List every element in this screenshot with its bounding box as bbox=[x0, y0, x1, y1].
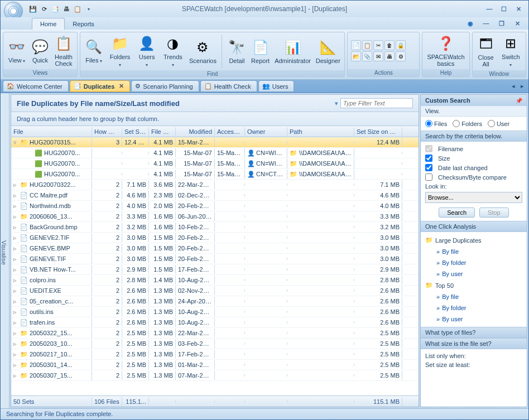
undo-icon[interactable]: 📑 bbox=[51, 4, 60, 13]
table-row[interactable]: ▹📁20050301_14...22.5 MB1.3 MB01-Mar-2005… bbox=[11, 360, 419, 370]
col-howmany[interactable]: How many bbox=[92, 127, 122, 136]
lookin-select[interactable]: Browse... bbox=[425, 192, 522, 203]
table-row[interactable]: ▹📄UEDIT.EXE22.6 MB1.3 MB02-Nov-20062.6 M… bbox=[11, 286, 419, 296]
side-view-link[interactable]: View. bbox=[421, 106, 527, 117]
col-modified[interactable]: Modified bbox=[176, 127, 215, 136]
expand-icon[interactable]: ▹ bbox=[13, 245, 19, 252]
tree-top50[interactable]: 📁 Top 50 bbox=[425, 281, 522, 290]
mdi-restore-button[interactable]: ❐ bbox=[495, 19, 508, 28]
expand-icon[interactable]: ▹ bbox=[13, 287, 19, 295]
tree-top50-byfolder[interactable]: By folder bbox=[425, 303, 522, 312]
administrator-button[interactable]: 📊Administrator bbox=[273, 37, 312, 65]
action-btn-10[interactable]: ⚙ bbox=[396, 51, 406, 61]
expand-icon[interactable]: ▹ bbox=[13, 330, 19, 337]
pushpin-icon[interactable]: 📌 bbox=[516, 98, 522, 104]
expand-icon[interactable]: ▹ bbox=[13, 319, 19, 326]
doc-tab-welcome[interactable]: 🏠Welcome Center bbox=[3, 80, 69, 92]
tree-large-duplicates[interactable]: 📁 Large Duplicates bbox=[425, 235, 522, 245]
minimize-button[interactable]: — bbox=[483, 4, 496, 13]
col-setsize[interactable]: Set Size bbox=[122, 127, 149, 136]
quick-button[interactable]: 💬 Quick bbox=[29, 37, 51, 65]
table-row[interactable]: ▹📁20050203_10...22.5 MB1.3 MB03-Feb-2005… bbox=[11, 339, 419, 349]
chk-checksum[interactable]: Checksum/Byte compare bbox=[425, 173, 522, 181]
print-icon[interactable]: 🖶 bbox=[62, 4, 71, 13]
col-accessed[interactable]: Accessed bbox=[215, 127, 245, 136]
tree-top50-byuser[interactable]: By user bbox=[425, 315, 522, 324]
refresh-icon[interactable]: ⟳ bbox=[40, 4, 49, 13]
designer-button[interactable]: 📐Designer bbox=[314, 37, 342, 65]
save-icon[interactable]: 💾 bbox=[28, 4, 37, 13]
chk-filename[interactable]: Filename bbox=[425, 145, 522, 152]
table-row[interactable]: ▹📄trafen.ins22.6 MB1.3 MB10-Aug-20062.6 … bbox=[11, 317, 419, 328]
action-btn-9[interactable]: 🖶 bbox=[384, 51, 395, 61]
table-row[interactable]: ▹📄GENEVE.TIF23.0 MB1.5 MB20-Feb-20073.0 … bbox=[11, 254, 419, 264]
close-button[interactable]: ✕ bbox=[512, 4, 525, 13]
expand-icon[interactable]: ▹ bbox=[13, 255, 19, 263]
health-check-button[interactable]: 📋 Health Check bbox=[52, 33, 75, 68]
table-row[interactable]: ▹📄outils.ins22.6 MB1.3 MB10-Aug-20062.6 … bbox=[11, 307, 419, 317]
scenarios-button[interactable]: ⚙Scenarios bbox=[187, 37, 219, 65]
close-all-button[interactable]: 🗔Close All bbox=[475, 34, 497, 69]
action-btn-6[interactable]: 📂 bbox=[351, 51, 361, 61]
whattype-title[interactable]: What type of files? bbox=[421, 327, 527, 338]
mdi-minimize-button[interactable]: — bbox=[479, 19, 493, 28]
expand-icon[interactable]: ▹ bbox=[13, 308, 19, 316]
table-row[interactable]: ▹📄CC Maitre.pdf24.6 MB2.3 MB02-Dec-20044… bbox=[11, 190, 419, 201]
chk-size[interactable]: Size bbox=[425, 155, 522, 162]
table-row[interactable]: ▹📁20050322_15...22.5 MB1.3 MB22-Mar-2005… bbox=[11, 328, 419, 339]
action-btn-1[interactable]: 📄 bbox=[351, 40, 361, 50]
expand-icon[interactable]: ▿ bbox=[13, 139, 19, 146]
action-btn-4[interactable]: 🗑 bbox=[384, 40, 395, 50]
tab-reports[interactable]: Reports bbox=[65, 18, 102, 30]
expand-icon[interactable]: ▹ bbox=[13, 351, 19, 358]
expand-icon[interactable]: ▹ bbox=[13, 224, 19, 231]
table-row[interactable]: 🟩HUG20070...4.1 MB15-Mar-0715-Mar-07👤CN=… bbox=[11, 148, 419, 158]
col-path[interactable]: Path bbox=[287, 127, 354, 136]
visualise-collapsed-panel[interactable]: Visualise bbox=[1, 93, 9, 408]
expand-icon[interactable]: ▹ bbox=[13, 192, 19, 199]
whatsize-title[interactable]: What size is the file set? bbox=[421, 338, 527, 349]
group-hint[interactable]: Drag a column header here to group by th… bbox=[11, 112, 419, 126]
tab-home[interactable]: Home bbox=[32, 18, 65, 30]
radio-user[interactable]: User bbox=[488, 120, 509, 127]
detail-button[interactable]: 🔭Detail bbox=[225, 37, 248, 65]
table-row[interactable]: ▹📁20050217_10...22.5 MB1.3 MB17-Feb-2005… bbox=[11, 349, 419, 360]
radio-folders[interactable]: Folders bbox=[453, 120, 482, 127]
doc-tab-scenario[interactable]: ⚙Scenario Planning bbox=[131, 80, 199, 92]
help-icon[interactable]: ◉ bbox=[464, 19, 477, 28]
chk-date[interactable]: Date last changed bbox=[425, 164, 522, 171]
expand-icon[interactable]: ▹ bbox=[13, 277, 19, 284]
search-button[interactable]: Search bbox=[439, 207, 475, 218]
tab-nav-left[interactable]: ◂ bbox=[509, 83, 517, 90]
users-button[interactable]: 👤Users bbox=[135, 33, 158, 69]
action-btn-3[interactable]: ✂ bbox=[373, 40, 383, 50]
close-icon[interactable]: ✕ bbox=[119, 83, 124, 90]
trends-button[interactable]: ◑Trends bbox=[160, 33, 186, 69]
folders-button[interactable]: 📁Folders bbox=[106, 33, 134, 69]
expand-icon[interactable]: ▹ bbox=[13, 340, 19, 347]
tab-nav-right[interactable]: ▸ bbox=[518, 83, 526, 90]
expand-icon[interactable]: ▹ bbox=[13, 298, 19, 305]
table-row[interactable]: 🟩HUG20070...4.1 MB15-Mar-0715-Mar-07👤CN=… bbox=[11, 169, 419, 180]
view-button[interactable]: 👓 View bbox=[6, 37, 28, 65]
expand-icon[interactable]: ▹ bbox=[13, 266, 19, 273]
table-row[interactable]: ▹📄GENEVE.BMP23.0 MB1.5 MB20-Feb-20073.0 … bbox=[11, 243, 419, 254]
expand-icon[interactable]: ▹ bbox=[13, 213, 19, 220]
table-row[interactable]: ▹📄VB.NET How-T...22.9 MB1.5 MB17-Feb-200… bbox=[11, 264, 419, 275]
expand-icon[interactable]: ▹ bbox=[13, 181, 19, 189]
action-btn-8[interactable]: ✉ bbox=[373, 51, 383, 61]
col-filesize[interactable]: File Size bbox=[149, 127, 176, 136]
doc-tab-duplicates[interactable]: 📑Duplicates✕ bbox=[70, 80, 131, 92]
table-row[interactable]: ▹📄GENEVE2.TIF23.0 MB1.5 MB20-Feb-20073.0… bbox=[11, 233, 419, 243]
copy-icon[interactable]: 📋 bbox=[73, 4, 82, 13]
table-row[interactable]: ▹📄colpro.ins22.8 MB1.4 MB10-Aug-20062.8 … bbox=[11, 275, 419, 286]
report-button[interactable]: 📄Report bbox=[249, 37, 271, 65]
filter-input[interactable] bbox=[340, 98, 413, 108]
tree-top50-byfile[interactable]: By file bbox=[425, 292, 522, 301]
tree-large-byuser[interactable]: By user bbox=[425, 269, 522, 278]
files-button[interactable]: 🔍Files bbox=[83, 37, 105, 65]
table-row[interactable]: ▹📄Northwind.mdb24.0 MB2.0 MB20-Feb-20074… bbox=[11, 201, 419, 211]
col-setdisk[interactable]: Set Size on Disk bbox=[354, 127, 402, 136]
table-row[interactable]: ▹📁HUG20070322...27.1 MB3.6 MB22-Mar-2007… bbox=[11, 180, 419, 190]
tree-large-byfolder[interactable]: By folder bbox=[425, 258, 522, 267]
